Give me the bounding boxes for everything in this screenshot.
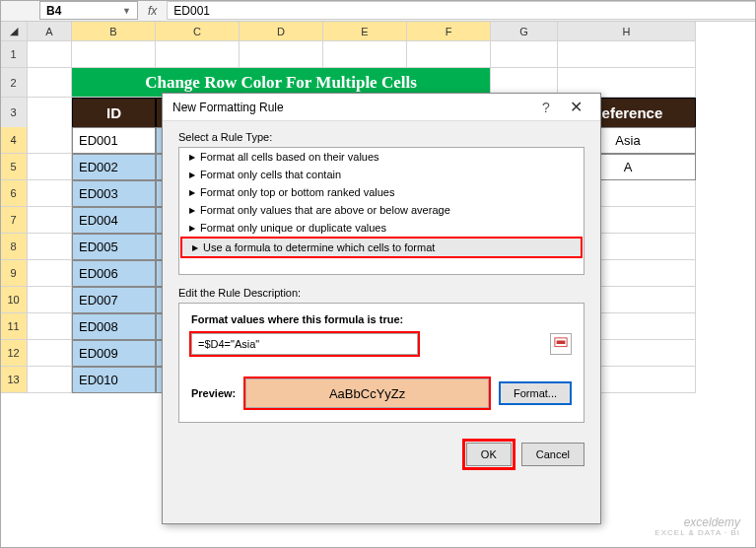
cell[interactable]: [28, 313, 72, 340]
cancel-button[interactable]: Cancel: [521, 443, 584, 466]
row-header[interactable]: 10: [0, 287, 28, 313]
col-header[interactable]: F: [407, 22, 491, 41]
col-header[interactable]: E: [323, 22, 407, 41]
preview-label: Preview:: [191, 387, 236, 399]
cell[interactable]: [28, 260, 72, 287]
triangle-icon: ▶: [189, 224, 195, 233]
rule-option[interactable]: ▶Format only values that are above or be…: [179, 201, 584, 219]
id-cell[interactable]: ED009: [72, 340, 156, 367]
id-cell[interactable]: ED001: [72, 127, 156, 154]
cell[interactable]: [72, 41, 156, 68]
cell[interactable]: [28, 207, 72, 234]
preview-row: Preview: AaBbCcYyZz Format...: [191, 378, 572, 408]
name-box[interactable]: B4 ▼: [39, 1, 138, 20]
column-header-row: ◢ A B C D E F G H: [0, 22, 756, 41]
cell[interactable]: [28, 367, 72, 393]
col-header[interactable]: H: [558, 22, 696, 41]
preview-text: AaBbCcYyZz: [329, 386, 405, 401]
id-cell[interactable]: ED003: [72, 180, 156, 207]
row-header[interactable]: 2: [0, 68, 28, 98]
row-header[interactable]: 7: [0, 207, 28, 234]
formula-input-value: =$D4="Asia": [198, 338, 259, 350]
ok-button-label: OK: [481, 448, 497, 460]
new-formatting-rule-dialog: New Formatting Rule ? ✕ Select a Rule Ty…: [162, 93, 601, 524]
row-header[interactable]: 6: [0, 180, 28, 207]
row-header[interactable]: 13: [0, 367, 28, 393]
preview-swatch: AaBbCcYyZz: [245, 378, 489, 408]
row-header[interactable]: 12: [0, 340, 28, 367]
chevron-down-icon[interactable]: ▼: [122, 6, 131, 16]
format-button[interactable]: Format...: [499, 381, 572, 405]
cell[interactable]: [558, 41, 696, 68]
cell[interactable]: [28, 287, 72, 313]
triangle-icon: ▶: [189, 171, 195, 179]
cell[interactable]: [28, 340, 72, 367]
triangle-icon: ▶: [189, 153, 195, 162]
id-cell[interactable]: ED008: [72, 313, 156, 340]
col-header[interactable]: D: [240, 22, 323, 41]
cell[interactable]: [156, 41, 240, 68]
dialog-buttons: OK Cancel: [163, 433, 600, 476]
cell[interactable]: [28, 127, 72, 154]
rule-option-label: Format only top or bottom ranked values: [200, 186, 394, 198]
cell[interactable]: [28, 68, 72, 98]
fx-icon[interactable]: fx: [148, 4, 157, 18]
watermark: exceldemy EXCEL & DATA · BI: [654, 516, 740, 538]
row-header[interactable]: 4: [0, 127, 28, 154]
row-header[interactable]: 3: [0, 98, 28, 128]
rule-option-label: Format only values that are above or bel…: [200, 204, 450, 216]
cell[interactable]: [240, 41, 323, 68]
cell[interactable]: [407, 41, 491, 68]
id-cell[interactable]: ED004: [72, 207, 156, 234]
help-icon[interactable]: ?: [531, 100, 561, 115]
col-header[interactable]: B: [72, 22, 156, 41]
triangle-icon: ▶: [189, 206, 195, 215]
rule-option-formula[interactable]: ▶Use a formula to determine which cells …: [180, 237, 583, 258]
triangle-icon: ▶: [189, 188, 195, 197]
rule-option-label: Format only unique or duplicate values: [200, 222, 386, 234]
dialog-titlebar[interactable]: New Formatting Rule ? ✕: [163, 94, 600, 121]
rule-option[interactable]: ▶Format all cells based on their values: [179, 148, 584, 166]
formula-input[interactable]: =$D4="Asia": [191, 333, 418, 355]
formula-bar[interactable]: ED001: [167, 1, 756, 20]
row-header[interactable]: 11: [0, 313, 28, 340]
grid-row: 1: [0, 41, 756, 68]
row-header[interactable]: 1: [0, 41, 28, 68]
collapse-dialog-icon[interactable]: [550, 333, 572, 355]
row-header[interactable]: 9: [0, 260, 28, 287]
name-box-value: B4: [46, 4, 61, 18]
watermark-sub: EXCEL & DATA · BI: [654, 529, 740, 538]
select-all-corner[interactable]: ◢: [0, 22, 28, 41]
id-cell[interactable]: ED002: [72, 154, 156, 180]
cancel-button-label: Cancel: [536, 448, 570, 460]
svg-rect-1: [557, 341, 566, 345]
col-header[interactable]: G: [491, 22, 558, 41]
rule-option[interactable]: ▶Format only unique or duplicate values: [179, 219, 584, 237]
rule-option[interactable]: ▶Format only cells that contain: [179, 166, 584, 183]
close-icon[interactable]: ✕: [561, 98, 590, 116]
id-cell[interactable]: ED010: [72, 367, 156, 393]
ok-button[interactable]: OK: [466, 443, 512, 466]
dialog-title: New Formatting Rule: [172, 101, 531, 114]
formula-bar-value: ED001: [173, 4, 210, 18]
col-header[interactable]: C: [156, 22, 240, 41]
row-header[interactable]: 8: [0, 234, 28, 260]
cell[interactable]: [28, 41, 72, 68]
rule-option[interactable]: ▶Format only top or bottom ranked values: [179, 183, 584, 201]
col-header[interactable]: A: [28, 22, 72, 41]
cell[interactable]: [28, 98, 72, 128]
id-cell[interactable]: ED006: [72, 260, 156, 287]
formula-bar-row: B4 ▼ fx ED001: [0, 0, 756, 22]
formula-row: =$D4="Asia": [191, 333, 572, 355]
cell[interactable]: [28, 180, 72, 207]
edit-description-label: Edit the Rule Description:: [178, 287, 584, 299]
id-header[interactable]: ID: [72, 98, 156, 128]
cell[interactable]: [28, 234, 72, 260]
id-cell[interactable]: ED007: [72, 287, 156, 313]
cell[interactable]: [323, 41, 407, 68]
cell[interactable]: [28, 154, 72, 180]
row-header[interactable]: 5: [0, 154, 28, 180]
cell[interactable]: [491, 41, 558, 68]
dialog-body: Select a Rule Type: ▶Format all cells ba…: [163, 121, 600, 433]
id-cell[interactable]: ED005: [72, 234, 156, 260]
